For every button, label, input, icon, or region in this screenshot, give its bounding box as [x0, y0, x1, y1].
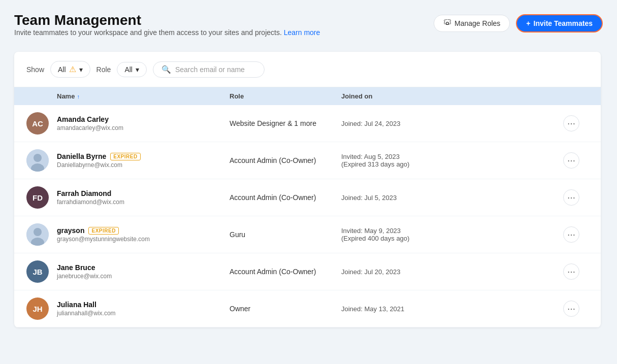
page-subtitle: Invite teammates to your workspace and g…	[14, 28, 320, 37]
member-role: Account Admin (Co-Owner)	[230, 268, 341, 276]
show-filter[interactable]: All ⚠ ▾	[50, 61, 90, 78]
learn-more-link[interactable]: Learn more	[284, 28, 320, 37]
member-email: janebruce@wix.com	[57, 273, 230, 280]
table-row: AC Amanda Carley amandacarley@wix.com We…	[14, 105, 601, 142]
table-row: JB Jane Bruce janebruce@wix.com Account …	[14, 253, 601, 290]
joined-text: Joined: Jul 20, 2023	[341, 268, 563, 276]
show-label: Show	[26, 65, 44, 74]
invite-plus-icon: +	[526, 19, 530, 27]
expired-badge: EXPIRED	[88, 227, 118, 235]
table-row: JH Juliana Hall juliannahall@wix.com Own…	[14, 290, 601, 327]
more-options-button[interactable]: ⋯	[563, 152, 579, 169]
member-role: Guru	[230, 230, 341, 239]
member-role: Owner	[230, 305, 341, 313]
warning-icon: ⚠	[69, 64, 76, 74]
role-label: Role	[96, 65, 111, 74]
col-name-header[interactable]: Name ↑	[57, 92, 230, 100]
more-options-button[interactable]: ⋯	[563, 115, 579, 131]
avatar: FD	[26, 186, 49, 209]
member-email: farrahdiamond@wix.com	[57, 198, 230, 206]
table-header: Name ↑ Role Joined on	[14, 87, 601, 105]
page-title: Team Management	[14, 12, 320, 28]
member-name: Juliana Hall	[57, 301, 230, 309]
sort-arrow-icon: ↑	[77, 93, 80, 100]
expired-badge: EXPIRED	[110, 153, 140, 160]
col-role-header: Role	[230, 92, 341, 100]
member-info: Juliana Hall juliannahall@wix.com	[57, 301, 230, 317]
svg-point-4	[34, 228, 42, 236]
joined-text: Joined: May 13, 2021	[341, 305, 563, 313]
chevron-down-icon: ▾	[79, 65, 83, 74]
avatar: JB	[26, 260, 49, 283]
member-info: Daniella Byrne EXPIRED Daniellabyrne@wix…	[57, 152, 230, 169]
table-row: grayson EXPIRED grayson@mystunningwebsit…	[14, 216, 601, 253]
member-info: Jane Bruce janebruce@wix.com	[57, 263, 230, 280]
member-name: grayson EXPIRED	[57, 226, 230, 235]
member-email: amandacarley@wix.com	[57, 124, 230, 131]
col-joined-header: Joined on	[341, 92, 563, 100]
member-email: Daniellabyrne@wix.com	[57, 161, 230, 169]
member-info: Amanda Carley amandacarley@wix.com	[57, 115, 230, 131]
member-info: grayson EXPIRED grayson@mystunningwebsit…	[57, 226, 230, 243]
avatar: JH	[26, 297, 49, 320]
member-email: juliannahall@wix.com	[57, 310, 230, 317]
team-table-card: Show All ⚠ ▾ Role All ▾ 🔍 Search email o…	[14, 52, 601, 327]
role-filter[interactable]: All ▾	[117, 62, 147, 77]
joined-text: Joined: Jul 24, 2023	[341, 120, 563, 127]
table-row: FD Farrah Diamond farrahdiamond@wix.com …	[14, 179, 601, 216]
member-role: Account Admin (Co-Owner)	[230, 156, 341, 164]
member-info: Farrah Diamond farrahdiamond@wix.com	[57, 189, 230, 206]
joined-text: Invited: May 9, 2023(Expired 400 days ag…	[341, 227, 563, 242]
member-name: Farrah Diamond	[57, 189, 230, 197]
more-options-button[interactable]: ⋯	[563, 301, 579, 317]
chevron-down-icon: ▾	[136, 65, 139, 74]
gear-icon	[443, 19, 451, 27]
member-name: Jane Bruce	[57, 263, 230, 272]
avatar	[26, 223, 49, 246]
search-placeholder: Search email or name	[175, 65, 245, 74]
member-role: Website Designer & 1 more	[230, 119, 341, 127]
table-row: Daniella Byrne EXPIRED Daniellabyrne@wix…	[14, 142, 601, 179]
avatar	[26, 149, 49, 172]
joined-text: Invited: Aug 5, 2023(Expired 313 days ag…	[341, 153, 563, 168]
member-email: grayson@mystunningwebsite.com	[57, 236, 230, 243]
search-icon: 🔍	[161, 65, 171, 74]
search-box[interactable]: 🔍 Search email or name	[153, 61, 265, 78]
avatar: AC	[26, 112, 49, 135]
member-name: Daniella Byrne EXPIRED	[57, 152, 230, 160]
member-role: Account Admin (Co-Owner)	[230, 193, 341, 202]
filters-row: Show All ⚠ ▾ Role All ▾ 🔍 Search email o…	[14, 52, 601, 87]
member-name: Amanda Carley	[57, 115, 230, 123]
table-body: AC Amanda Carley amandacarley@wix.com We…	[14, 105, 601, 327]
more-options-button[interactable]: ⋯	[563, 226, 579, 243]
joined-text: Joined: Jul 5, 2023	[341, 194, 563, 202]
svg-point-1	[34, 154, 42, 162]
more-options-button[interactable]: ⋯	[563, 263, 579, 280]
invite-teammates-button[interactable]: + Invite Teammates	[516, 14, 603, 32]
manage-roles-button[interactable]: Manage Roles	[434, 15, 510, 32]
more-options-button[interactable]: ⋯	[563, 189, 579, 206]
